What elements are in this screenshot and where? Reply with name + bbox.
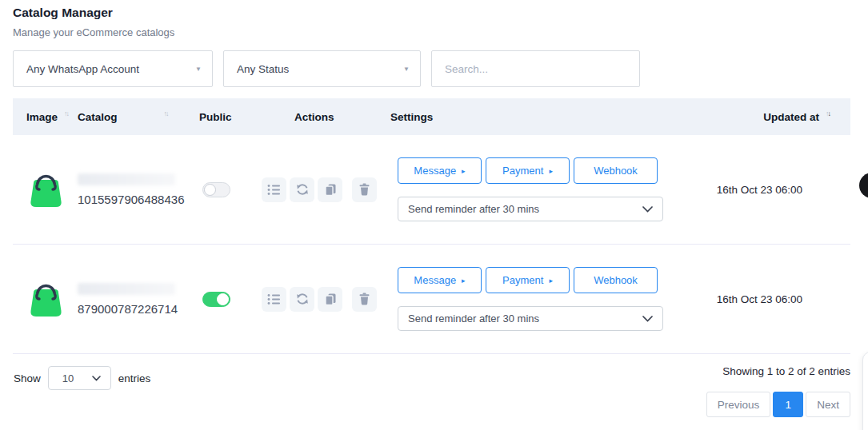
reminder-select-value: Send reminder after 30 mins (408, 313, 539, 324)
table-header: Image↑↓ Catalog↑↓ Public Actions Setting… (13, 98, 850, 135)
toggle-knob (204, 184, 216, 196)
copy-icon (324, 183, 337, 197)
whatsapp-account-select[interactable]: Any WhatsApp Account ▼ (13, 50, 213, 87)
catalog-manager-page: Catalog Manager Manage your eCommerce ca… (13, 0, 850, 430)
catalog-image-cell (26, 277, 78, 321)
reminder-select[interactable]: Send reminder after 30 mins (398, 197, 663, 221)
catalog-cell: 879000787226714 (78, 283, 199, 316)
list-icon (267, 184, 281, 196)
public-toggle[interactable] (202, 182, 230, 197)
toggle-knob (217, 293, 229, 305)
filters-bar: Any WhatsApp Account ▼ Any Status ▼ (13, 50, 850, 87)
submenu-caret-icon: ▸ (462, 167, 466, 175)
table-row: 879000787226714 (13, 245, 850, 354)
delete-button[interactable] (352, 177, 377, 202)
catalog-image-cell (26, 168, 78, 211)
catalog-name-redacted (78, 173, 175, 185)
page-size-value: 10 (62, 372, 74, 384)
page-size-select[interactable]: 10 (48, 366, 111, 390)
page-subtitle: Manage your eCommerce catalogs (13, 26, 850, 38)
column-header-image[interactable]: Image↑↓ (26, 111, 78, 123)
page-size-control: Show 10 entries (14, 366, 150, 390)
actions-cell (262, 287, 390, 312)
sort-icon: ↑↓ (64, 109, 68, 117)
catalog-items-button[interactable] (262, 287, 286, 312)
catalog-cell: 1015597906488436 (78, 173, 199, 206)
sync-button[interactable] (290, 287, 314, 312)
submenu-caret-icon: ▸ (549, 167, 553, 175)
reminder-select[interactable]: Send reminder after 30 mins (398, 306, 663, 331)
table-footer: Show 10 entries Showing 1 to 2 of 2 entr… (13, 354, 850, 430)
side-panel-edge (862, 352, 868, 430)
catalog-name-redacted (78, 283, 175, 295)
trash-icon (358, 293, 370, 305)
chevron-down-icon (642, 316, 653, 322)
submenu-caret-icon: ▸ (462, 277, 466, 285)
entries-label: entries (118, 372, 151, 384)
column-header-settings[interactable]: Settings (390, 111, 662, 123)
entries-summary: Showing 1 to 2 of 2 entries (722, 365, 850, 377)
list-icon (267, 293, 281, 305)
pagination: Previous 1 Next (706, 392, 850, 417)
next-page-button[interactable]: Next (806, 392, 850, 417)
whatsapp-account-select-value: Any WhatsApp Account (26, 63, 139, 75)
settings-cell: Message▸ Payment▸ Webhook Send reminder … (398, 157, 662, 221)
sync-icon (296, 183, 309, 196)
sort-icon: ↑↓ (164, 109, 168, 117)
status-select[interactable]: Any Status ▼ (223, 50, 421, 87)
payment-menu-button[interactable]: Payment▸ (486, 157, 570, 184)
previous-page-button[interactable]: Previous (706, 392, 771, 417)
copy-icon (324, 293, 337, 306)
sort-icon: ↑↓ (826, 109, 830, 117)
message-menu-button[interactable]: Message▸ (398, 267, 482, 293)
caret-down-icon: ▼ (195, 66, 202, 73)
table-row: 1015597906488436 (13, 135, 850, 245)
status-select-value: Any Status (237, 63, 289, 75)
chat-widget-button[interactable] (859, 173, 868, 198)
settings-cell: Message▸ Payment▸ Webhook Send reminder … (398, 267, 662, 331)
submenu-caret-icon: ▸ (549, 277, 553, 285)
delete-button[interactable] (352, 287, 377, 312)
catalog-id: 879000787226714 (78, 302, 199, 316)
sync-icon (296, 293, 309, 305)
public-toggle[interactable] (202, 292, 230, 307)
show-label: Show (14, 372, 41, 384)
message-menu-button[interactable]: Message▸ (398, 157, 482, 184)
updated-at-cell: 16th Oct 23 06:00 (662, 293, 850, 305)
chevron-down-icon (92, 376, 101, 381)
page-number-button[interactable]: 1 (773, 392, 803, 417)
shopping-bag-icon (26, 168, 66, 211)
caret-down-icon: ▼ (403, 66, 410, 73)
duplicate-button[interactable] (318, 287, 342, 312)
catalog-items-button[interactable] (262, 177, 286, 202)
page-title: Catalog Manager (13, 6, 850, 20)
updated-at-cell: 16th Oct 23 06:00 (662, 184, 850, 196)
column-header-actions[interactable]: Actions (294, 111, 390, 123)
trash-icon (358, 183, 370, 196)
payment-menu-button[interactable]: Payment▸ (486, 267, 570, 293)
reminder-select-value: Send reminder after 30 mins (408, 203, 539, 215)
duplicate-button[interactable] (318, 177, 342, 202)
column-header-updated-at[interactable]: Updated at↑↓ (662, 111, 850, 123)
column-header-public[interactable]: Public (199, 111, 294, 123)
webhook-button[interactable]: Webhook (574, 157, 658, 184)
actions-cell (262, 177, 390, 202)
chevron-down-icon (642, 206, 653, 213)
column-header-catalog[interactable]: Catalog↑↓ (78, 111, 199, 123)
webhook-button[interactable]: Webhook (574, 267, 658, 293)
catalog-id: 1015597906488436 (78, 193, 199, 206)
search-input[interactable] (431, 50, 640, 87)
sync-button[interactable] (290, 177, 314, 202)
shopping-bag-icon (26, 277, 66, 321)
